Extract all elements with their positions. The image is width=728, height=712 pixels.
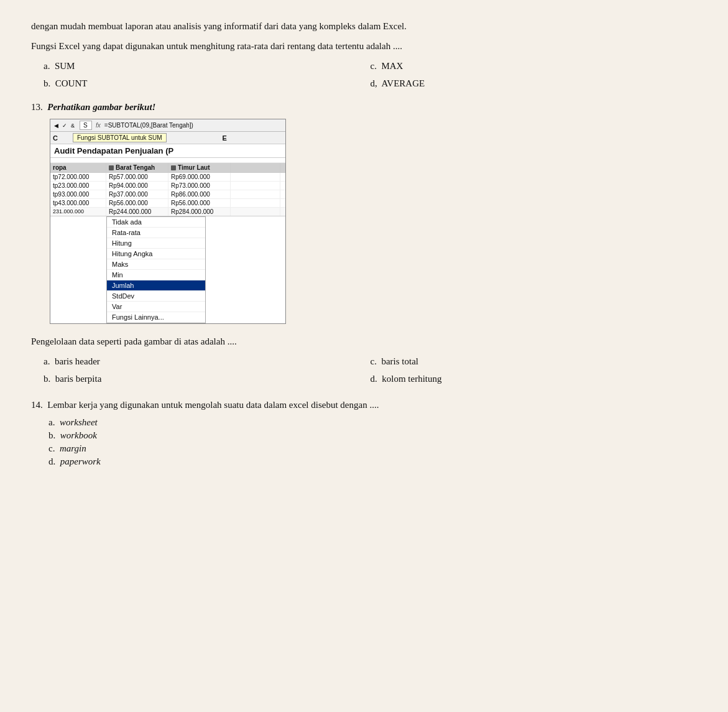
option-12d: d, AVERAGE [371, 76, 698, 91]
question14-header: 14. Lembar kerja yang digunakan untuk me… [31, 397, 697, 412]
cell-r2-c1: tp93.000.000 [50, 190, 106, 198]
option-14d: d. paperwork [48, 456, 697, 467]
cell-r1-c1: tp23.000.000 [50, 182, 106, 190]
cell-r0-c4 [231, 173, 280, 181]
subtotal-tooltip: Fungsi SUBTOTAL untuk SUM [73, 133, 167, 142]
subtotal-dropdown: Tidak adaRata-rataHitungHitung AngkaMaks… [106, 216, 206, 323]
option-14a: a. worksheet [48, 417, 697, 428]
cell-r3-c3: Rp56.000.000 [168, 199, 231, 207]
dropdown-item-8[interactable]: Var [107, 302, 205, 312]
intro-text2: Fungsi Excel yang dapat digunakan untuk … [31, 41, 402, 51]
cell-r0-c1: tp72.000.000 [50, 173, 106, 181]
question14-options: a. worksheet b. workbook c. margin d. pa… [48, 417, 697, 467]
excel-data-headers: ropa Barat Tengah Timur Laut [50, 163, 285, 173]
intro-paragraph2: Fungsi Excel yang dapat digunakan untuk … [31, 39, 697, 53]
dropdown-item-2[interactable]: Hitung [107, 238, 205, 249]
option-13b: b. baris berpita [44, 371, 371, 386]
dropdown-item-5[interactable]: Min [107, 270, 205, 280]
col-e-header: E [167, 134, 283, 142]
formula-text: =SUBTOTAL(09,[Barat Tengah]) [104, 122, 283, 129]
cell-r1-c4 [231, 182, 280, 190]
intro-text1: dengan mudah membuat laporan atau analis… [31, 21, 407, 31]
cell-r2-c2: Rp37.000.000 [106, 190, 168, 198]
cell-r0-c3: Rp69.000.000 [168, 173, 231, 181]
option-12c: c. MAX [371, 58, 698, 73]
question13-section: 13. Perhatikan gambar berikut! ◀ ✓ & S f… [31, 102, 697, 386]
question14-section: 14. Lembar kerja yang digunakan untuk me… [31, 397, 697, 467]
cell-r2-c4 [231, 190, 280, 198]
cell-r3-c1: tp43.000.000 [50, 199, 106, 207]
fx-label: fx [96, 122, 101, 129]
excel-nav-buttons: ◀ ✓ & [53, 123, 76, 129]
option-12b: b. COUNT [44, 76, 371, 91]
excel-row-0: tp72.000.000 Rp57.000.000 Rp69.000.000 [50, 173, 285, 182]
dropdown-item-0[interactable]: Tidak ada [107, 217, 205, 228]
excel-row-1: tp23.000.000 Rp94.000.000 Rp73.000.000 [50, 182, 285, 190]
cell-r0-c2: Rp57.000.000 [106, 173, 168, 181]
excel-row-3: tp43.000.000 Rp56.000.000 Rp56.000.000 [50, 199, 285, 208]
question13-header: 13. Perhatikan gambar berikut! [31, 102, 697, 113]
cell-r3-c2: Rp56.000.000 [106, 199, 168, 207]
dropdown-item-6[interactable]: Jumlah [107, 280, 205, 291]
dropdown-item-4[interactable]: Maks [107, 259, 205, 270]
total-c2: Rp244.000.000 [106, 208, 168, 216]
checkbox-icon2 [171, 165, 176, 170]
cell-r1-c2: Rp94.000.000 [106, 182, 168, 190]
option-14c: c. margin [48, 443, 697, 454]
header-col2: Barat Tengah [106, 163, 168, 172]
excel-total-row: 231.000.000 Rp244.000.000 Rp284.000.000 [50, 208, 285, 216]
excel-empty-row [50, 158, 285, 163]
total-c4 [231, 208, 280, 216]
header-col1: ropa [50, 163, 106, 172]
option-14b: b. workbook [48, 430, 697, 441]
tooltip-row: C Fungsi SUBTOTAL untuk SUM E [50, 132, 285, 144]
question13-options: a. baris header c. baris total b. baris … [44, 354, 697, 386]
formula-cell-ref: S [80, 121, 92, 130]
header-col3: Timur Laut [168, 163, 231, 172]
header-col4 [231, 163, 280, 172]
total-c3: Rp284.000.000 [168, 208, 231, 216]
total-c1: 231.000.000 [50, 208, 106, 216]
nav-cancel: & [70, 123, 76, 129]
nav-check: ✓ [61, 123, 68, 129]
checkbox-icon [109, 165, 114, 170]
page-content: dengan mudah membuat laporan atau analis… [31, 19, 697, 467]
dropdown-item-7[interactable]: StdDev [107, 291, 205, 302]
cell-r3-c4 [231, 199, 280, 207]
excel-row-2: tp93.000.000 Rp37.000.000 Rp86.000.000 [50, 190, 285, 199]
dropdown-item-3[interactable]: Hitung Angka [107, 249, 205, 259]
cell-r1-c3: Rp73.000.000 [168, 182, 231, 190]
excel-data-rows: tp72.000.000 Rp57.000.000 Rp69.000.000 t… [50, 173, 285, 208]
dropdown-item-9[interactable]: Fungsi Lainnya... [107, 312, 205, 323]
intro-paragraph1: dengan mudah membuat laporan atau analis… [31, 19, 697, 34]
col-c-header: C [53, 134, 70, 142]
question12-options: a. SUM c. MAX b. COUNT d, AVERAGE [44, 58, 697, 91]
option-13a: a. baris header [44, 354, 371, 369]
question13-text: Pengelolaan data seperti pada gambar di … [31, 334, 697, 349]
option-12a: a. SUM [44, 58, 371, 73]
cell-r2-c3: Rp86.000.000 [168, 190, 231, 198]
dropdown-item-1[interactable]: Rata-rata [107, 228, 205, 238]
excel-formula-bar-top: ◀ ✓ & S fx =SUBTOTAL(09,[Barat Tengah]) [50, 119, 285, 132]
excel-title: Audit Pendapatan Penjualan (P [50, 144, 285, 158]
option-13c: c. baris total [371, 354, 698, 369]
option-13d: d. kolom terhitung [371, 371, 698, 386]
excel-screenshot: ◀ ✓ & S fx =SUBTOTAL(09,[Barat Tengah]) … [50, 119, 286, 324]
nav-back: ◀ [53, 123, 60, 129]
